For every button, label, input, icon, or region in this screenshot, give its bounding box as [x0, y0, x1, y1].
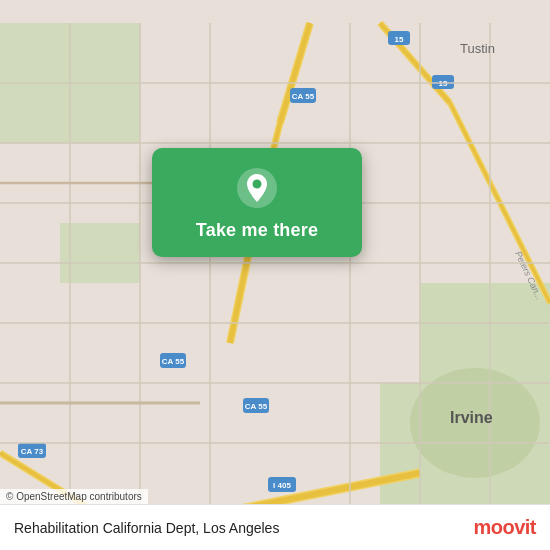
svg-text:I 405: I 405	[273, 481, 291, 490]
svg-text:Irvine: Irvine	[450, 409, 493, 426]
svg-text:CA 55: CA 55	[245, 402, 268, 411]
svg-text:CA 55: CA 55	[292, 92, 315, 101]
location-pin-icon	[235, 166, 279, 210]
location-name-label: Rehabilitation California Dept, Los Ange…	[14, 520, 279, 536]
take-me-there-card[interactable]: Take me there	[152, 148, 362, 257]
svg-text:CA 55: CA 55	[162, 357, 185, 366]
svg-text:CA 73: CA 73	[21, 447, 44, 456]
take-me-there-button-label: Take me there	[196, 220, 318, 241]
map-container: 15 15 CA 55 CA 55 CA 55 CA 55 I 405 CA 7…	[0, 0, 550, 550]
svg-rect-2	[60, 223, 140, 283]
bottom-bar: Rehabilitation California Dept, Los Ange…	[0, 504, 550, 550]
svg-rect-3	[420, 283, 550, 383]
map-attribution: © OpenStreetMap contributors	[0, 489, 148, 504]
map-background: 15 15 CA 55 CA 55 CA 55 CA 55 I 405 CA 7…	[0, 0, 550, 550]
svg-text:15: 15	[395, 35, 404, 44]
svg-point-55	[253, 180, 262, 189]
moovit-logo-text: moovit	[473, 516, 536, 539]
svg-text:Tustin: Tustin	[460, 41, 495, 56]
moovit-logo: moovit	[473, 516, 536, 539]
